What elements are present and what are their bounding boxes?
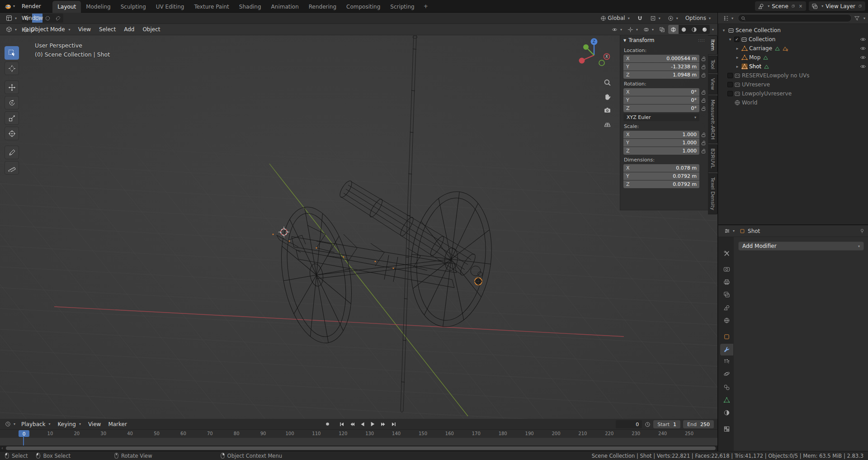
sidebar-tab[interactable]: Texel Density [708, 173, 717, 214]
editor-type-button[interactable]: ▾ [4, 14, 19, 23]
properties-tab-render[interactable] [720, 263, 733, 275]
tool-scale[interactable] [5, 111, 19, 125]
workspace-tab[interactable]: Modeling [81, 1, 116, 13]
show-object-types-dropdown[interactable]: ▾ [609, 25, 624, 34]
panel-collapse-icon[interactable]: ▼ [623, 38, 626, 43]
jump-to-start-button[interactable] [337, 420, 346, 428]
properties-tab-constraints[interactable] [720, 381, 733, 393]
filter-icon[interactable] [854, 15, 860, 21]
properties-tab-view-layer[interactable] [720, 289, 733, 300]
lock-icon[interactable] [701, 132, 706, 138]
view-menu[interactable]: View [85, 419, 104, 430]
keying-menu[interactable]: Keying▾ [54, 419, 85, 430]
timeline-editor-type-button[interactable]: ▾ [3, 420, 18, 429]
collection-checkbox[interactable] [727, 73, 733, 78]
current-frame-field[interactable]: 0 [616, 420, 642, 428]
timeline-scrollbar[interactable]: ‹ [0, 446, 717, 451]
disclosure-triangle-icon[interactable]: ▸ [735, 55, 740, 60]
viewport-menu-item[interactable]: Select [95, 24, 120, 35]
lock-icon[interactable] [701, 106, 706, 111]
gizmo-y-axis[interactable] [583, 44, 589, 50]
new-view-layer-icon[interactable] [858, 4, 863, 9]
shading-material-button[interactable] [689, 25, 699, 34]
overlays-dropdown[interactable]: ▾ [641, 25, 656, 34]
menubar-item[interactable]: Render [18, 0, 47, 12]
properties-tab-texture[interactable] [720, 423, 733, 435]
location-y-field[interactable]: Y-1.3238 m [623, 63, 699, 71]
shading-wireframe-button[interactable] [668, 25, 679, 34]
workspace-tab[interactable]: Rendering [304, 1, 341, 13]
scene-selector[interactable]: ▾ Scene × [755, 1, 806, 11]
lock-icon[interactable] [701, 64, 706, 70]
dimensions-z-field[interactable]: Z0.0792 m [623, 180, 699, 188]
play-button[interactable] [368, 420, 377, 428]
hide-eye-icon[interactable] [860, 54, 866, 61]
camera-view-button[interactable] [602, 104, 613, 115]
collection-checkbox[interactable] [727, 82, 733, 87]
outliner-row-carriage[interactable]: ▸ Carriage 2 [718, 44, 868, 53]
sidebar-tab[interactable]: MeasureIt-ARCH [708, 95, 717, 144]
xray-toggle[interactable] [657, 25, 667, 34]
toggle-ortho-button[interactable] [602, 119, 613, 129]
properties-tab-modifiers[interactable] [720, 344, 733, 356]
lock-icon[interactable] [701, 90, 706, 95]
properties-tab-output[interactable] [720, 276, 733, 288]
search-input[interactable] [747, 15, 849, 21]
outliner-row-collection[interactable]: ▾ ✓ Collection [718, 35, 868, 44]
properties-tab-material[interactable] [720, 407, 733, 418]
pin-icon[interactable] [859, 228, 865, 234]
jump-to-end-button[interactable] [389, 420, 398, 428]
workspace-tab[interactable]: Texture Paint [189, 1, 234, 13]
options-dropdown[interactable]: Options ▾ [683, 14, 713, 23]
disclosure-triangle-icon[interactable]: ▸ [735, 46, 740, 51]
shading-solid-button[interactable] [679, 25, 689, 34]
tool-annotate[interactable] [5, 146, 19, 159]
scale-z-field[interactable]: Z1.000 [623, 147, 699, 155]
outliner-editor-type-button[interactable]: ▾ [721, 14, 736, 23]
shot-object[interactable] [475, 278, 482, 285]
menubar-item[interactable]: Window [18, 12, 47, 24]
outliner-row-shot[interactable]: ▸ Shot [718, 62, 868, 71]
sidebar-tab[interactable]: Item [708, 35, 717, 55]
rotation-y-field[interactable]: Y0° [623, 96, 699, 104]
outliner-row-reservelowpoly[interactable]: RESERVELowpoly no UVs [718, 71, 868, 80]
blender-menu-button[interactable]: ▾ [0, 2, 18, 10]
properties-tab-object-data[interactable] [720, 394, 733, 406]
chevron-down-icon[interactable]: ▾ [863, 16, 865, 20]
workspace-tab[interactable]: Scripting [385, 1, 419, 13]
outliner-row-world[interactable]: World [718, 98, 868, 107]
disclosure-triangle-icon[interactable]: ▸ [735, 64, 740, 69]
outliner-row-scene-collection[interactable]: ▾ Scene Collection [718, 26, 868, 35]
outliner-row-lowpolyuvreserve[interactable]: LowpolyUvreserve [718, 89, 868, 98]
add-workspace-button[interactable]: + [420, 0, 432, 12]
properties-tab-scene[interactable] [720, 302, 733, 313]
disclosure-triangle-icon[interactable]: ▾ [727, 37, 733, 42]
tool-rotate[interactable] [5, 96, 19, 109]
new-scene-icon[interactable] [791, 4, 796, 9]
tool-transform[interactable] [5, 127, 19, 140]
scroll-left-arrow-icon[interactable]: ‹ [1, 446, 3, 451]
tool-select-box[interactable] [5, 46, 19, 60]
viewport-menu-item[interactable]: Object [138, 24, 164, 35]
viewport-editor-type-button[interactable]: ▾ [4, 25, 19, 34]
tool-move[interactable] [5, 81, 19, 94]
frame-start-field[interactable]: Start1 [653, 420, 680, 428]
workspace-tab[interactable]: UV Editing [151, 1, 189, 13]
transform-orientation-dropdown[interactable]: Global ▾ [598, 14, 632, 23]
add-modifier-dropdown[interactable]: Add Modifier ▾ [738, 242, 864, 251]
workspace-tab[interactable]: Animation [266, 1, 304, 13]
tool-measure[interactable] [5, 161, 19, 175]
properties-tab-object[interactable] [720, 331, 733, 342]
gizmo-y-neg-axis[interactable] [599, 60, 604, 66]
panel-drag-handle-icon[interactable]: ∷∷ [698, 38, 705, 43]
lock-icon[interactable] [701, 72, 706, 78]
view-layer-selector[interactable]: ▾ View Layer [809, 1, 865, 11]
snap-toggle[interactable] [635, 14, 645, 23]
frame-end-field[interactable]: End250 [683, 420, 714, 428]
shading-dropdown[interactable]: ▾ [712, 28, 714, 32]
gizmo-x-neg-axis[interactable] [579, 58, 585, 64]
play-reverse-button[interactable] [358, 420, 367, 428]
workspace-tab[interactable]: Compositing [341, 1, 385, 13]
lock-icon[interactable] [701, 56, 706, 62]
location-x-field[interactable]: X0.000544 m [623, 55, 699, 62]
